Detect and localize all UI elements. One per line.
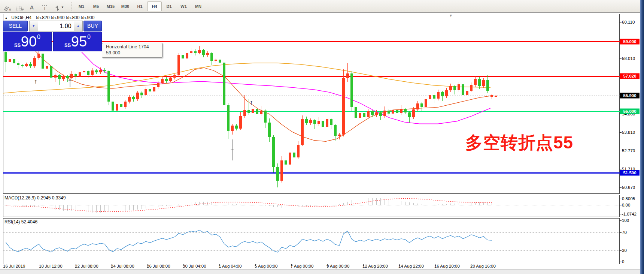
candle-body	[425, 99, 427, 107]
dagger-marker[interactable]: †	[250, 100, 253, 105]
candle-body	[4, 52, 7, 62]
candle-body	[161, 79, 164, 83]
candle-body	[239, 116, 242, 129]
candle-body	[202, 50, 205, 55]
candle-body	[441, 92, 444, 96]
candle-body	[375, 112, 378, 115]
date-tick-label: 9 Aug 00:00	[326, 264, 349, 268]
chart-text-annotation[interactable]: 多空转折点55	[465, 131, 573, 154]
candle-body	[46, 66, 48, 69]
date-tick-label: 30 Jul 04:00	[183, 264, 206, 268]
date-tick-label: 18 Jul 12:00	[39, 264, 63, 268]
candle-body	[495, 96, 497, 97]
price-tick-label: 60.110	[622, 20, 635, 24]
candle-body	[280, 160, 283, 181]
indicator-tick-label: 70	[622, 230, 627, 235]
candle-body	[186, 53, 188, 58]
dagger-marker[interactable]: †	[34, 79, 37, 84]
date-tick-label: 5 Aug 00:00	[255, 264, 277, 268]
candle-body	[247, 110, 250, 113]
macd-label: MACD(12,26,9) 0.2945 0.3349	[4, 195, 66, 201]
candle-body	[252, 109, 254, 112]
volume-input[interactable]: 1.00	[38, 21, 74, 31]
price-tick-label: 58.010	[622, 56, 635, 61]
candle-body	[285, 160, 287, 165]
collapse-triangle-icon[interactable]: ▲	[4, 16, 8, 20]
candle-body	[145, 89, 147, 95]
price-badge-55.000: 55.000	[620, 109, 640, 114]
window-bottom-strip	[0, 270, 640, 274]
candle-body	[309, 120, 312, 123]
candle-body	[396, 110, 398, 113]
candle-body	[486, 80, 489, 91]
candle-body	[416, 103, 419, 109]
candle-body	[458, 84, 460, 90]
volume-down-button[interactable]: ▼	[29, 21, 38, 31]
candle-body	[33, 58, 36, 66]
candle-body	[474, 79, 477, 85]
candle-body	[478, 79, 481, 86]
sell-button[interactable]: SELL	[3, 21, 28, 31]
date-tick-label: 24 Jul 08:00	[111, 264, 134, 268]
macd-panel[interactable]	[3, 195, 620, 217]
candle-body	[334, 125, 337, 136]
buy-price-int: 55	[64, 42, 71, 48]
candle-body	[392, 110, 394, 114]
mt4-window: E F A T ▼ M1M5M15M30H1H4D1W1MN †† ▲ USOi…	[0, 0, 644, 274]
candle-body	[120, 104, 122, 107]
candle-body	[330, 119, 332, 125]
sell-price-tile[interactable]: 55 90 0	[3, 32, 52, 51]
candle-body	[194, 51, 197, 53]
candle-body	[169, 78, 172, 81]
one-click-trading-panel: SELL ▼ 1.00 ▲ BUY 55 90 0 55 95 0	[3, 21, 102, 51]
candle-body	[305, 119, 308, 123]
candle-body	[66, 76, 69, 78]
indicator-tick-label: -1.0742	[622, 212, 637, 216]
candle-body	[157, 83, 160, 87]
candle-body	[37, 54, 40, 58]
candle-body	[13, 59, 15, 63]
candle-body	[136, 93, 139, 99]
candle-body	[293, 153, 295, 157]
rsi-panel[interactable]	[3, 219, 620, 264]
indicator-tick-label: 0.00	[622, 203, 630, 207]
price-tick-label: 50.670	[622, 185, 635, 190]
symbol-name: USOil-,H4	[11, 15, 31, 20]
candle-body	[445, 90, 448, 96]
candle-body	[466, 91, 468, 95]
candle-body	[91, 70, 94, 75]
candle-body	[420, 103, 423, 107]
candle-body	[206, 53, 209, 55]
candle-body	[272, 137, 275, 168]
rsi-label: RSI(14) 52.4046	[4, 219, 37, 225]
candle-body	[453, 86, 456, 90]
candle-body	[87, 71, 89, 75]
window-right-edge	[640, 0, 644, 274]
candle-body	[21, 65, 24, 66]
date-tick-label: 12 Aug 20:00	[362, 264, 388, 268]
candle-body	[400, 109, 402, 113]
candle-body	[95, 70, 98, 72]
candle-body	[449, 86, 452, 90]
buy-button[interactable]: BUY	[83, 21, 102, 31]
date-tick-label: 7 Aug 00:00	[291, 264, 313, 268]
hline-tooltip: Horizontal Line 1704 59.000	[102, 43, 162, 58]
candle-body	[190, 51, 192, 53]
candle-body	[276, 167, 279, 181]
candle-body	[17, 63, 19, 66]
candle-body	[165, 79, 168, 81]
sell-price-point: 0	[37, 34, 40, 40]
volume-up-button[interactable]: ▲	[74, 21, 83, 31]
candle-body	[75, 74, 77, 77]
candle-body	[289, 153, 291, 165]
candle-body	[62, 76, 65, 79]
candle-body	[83, 71, 85, 72]
indicator-tick-label: 30	[622, 248, 627, 253]
date-tick-label: 14 Aug 22:00	[398, 264, 424, 268]
candle-body	[107, 71, 110, 101]
candle-body	[112, 102, 114, 111]
buy-price-tile[interactable]: 55 95 0	[53, 32, 102, 51]
candle-body	[313, 120, 316, 124]
indicator-tick-label: 0	[622, 259, 624, 264]
date-tick-label: 22 Jul 08:00	[75, 264, 98, 268]
